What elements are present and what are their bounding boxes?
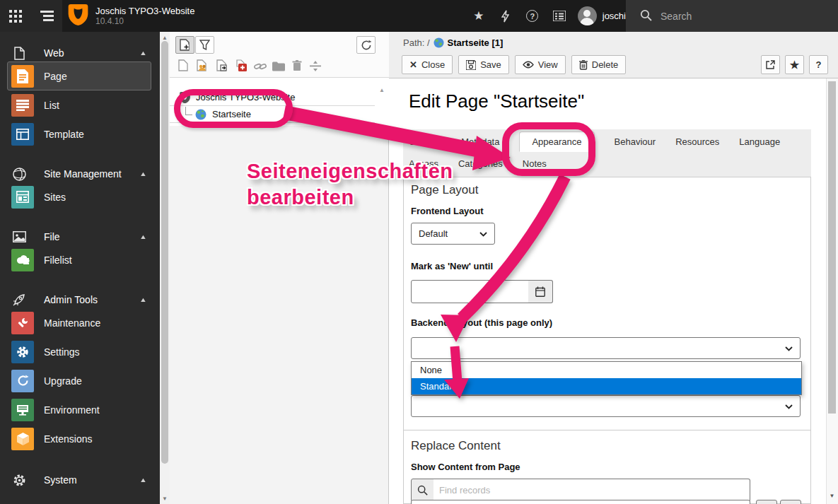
drag-new-page-inside-icon[interactable] bbox=[234, 58, 248, 72]
new-page-button[interactable] bbox=[175, 36, 194, 54]
module-section-web[interactable]: Web ▲ bbox=[0, 45, 160, 61]
tab-metadata[interactable]: Metadata bbox=[461, 132, 499, 151]
site-title: Joschis TYPO3-Website bbox=[95, 6, 194, 16]
tab-general[interactable]: General bbox=[409, 132, 441, 151]
module-section-admin-tools[interactable]: Admin Tools ▲ bbox=[0, 291, 160, 308]
globe-page-icon bbox=[195, 109, 206, 120]
view-button[interactable]: View bbox=[515, 55, 566, 74]
module-item-upgrade[interactable]: Upgrade bbox=[0, 366, 160, 395]
chevron-up-icon: ▲ bbox=[139, 49, 147, 57]
module-section-label: System bbox=[44, 474, 139, 486]
drag-new-page-icon[interactable] bbox=[176, 58, 190, 72]
frontend-layout-label: Frontend Layout bbox=[411, 206, 484, 216]
save-label: Save bbox=[480, 59, 501, 70]
option-none[interactable]: None bbox=[412, 362, 801, 378]
scroll-down-icon[interactable]: ▼ bbox=[160, 496, 170, 502]
tree-node-startseite[interactable]: Startseite bbox=[170, 105, 375, 123]
module-item-environment[interactable]: Environment bbox=[0, 395, 160, 424]
mark-new-until-input[interactable] bbox=[411, 280, 529, 303]
settings-module-icon bbox=[11, 341, 34, 363]
module-item-sites[interactable]: Sites bbox=[0, 182, 160, 211]
datepicker-button[interactable] bbox=[528, 280, 553, 303]
scroll-up-icon[interactable]: ▲ bbox=[160, 35, 170, 41]
drag-page-target-icon[interactable] bbox=[215, 58, 229, 72]
user-menu[interactable]: joschi bbox=[578, 6, 626, 25]
delete-button[interactable]: Delete bbox=[571, 55, 627, 74]
module-item-maintenance[interactable]: Maintenance bbox=[0, 308, 160, 337]
folder-icon[interactable] bbox=[272, 59, 286, 74]
template-module-icon bbox=[11, 123, 34, 146]
modules-grid-icon[interactable] bbox=[0, 0, 31, 32]
replace-content-legend: Replace Content bbox=[411, 439, 501, 453]
systemlog-icon[interactable] bbox=[551, 8, 568, 25]
link-icon[interactable] bbox=[253, 59, 267, 74]
filter-button[interactable] bbox=[195, 36, 214, 54]
tab-appearance[interactable]: Appearance bbox=[519, 131, 594, 152]
chevron-down-icon bbox=[785, 343, 793, 353]
module-item-extensions[interactable]: Extensions bbox=[0, 424, 160, 453]
typo3-site-icon bbox=[180, 92, 190, 103]
chevron-up-icon: ▲ bbox=[139, 476, 147, 484]
environment-module-icon bbox=[11, 399, 34, 421]
path-page-ref: Startseite [1] bbox=[448, 37, 504, 48]
bookmark-star-button[interactable]: ★ bbox=[785, 55, 804, 74]
module-section-system[interactable]: System ▲ bbox=[0, 471, 160, 488]
record-clear-button[interactable] bbox=[780, 500, 801, 504]
module-item-label: Maintenance bbox=[44, 317, 100, 329]
help-button[interactable]: ? bbox=[809, 55, 828, 74]
chevron-up-icon: ▲ bbox=[139, 296, 147, 303]
module-item-label: Sites bbox=[44, 192, 66, 203]
bookmark-star-icon[interactable]: ★ bbox=[470, 8, 487, 25]
pagetree-scroll-up-icon[interactable]: ▲ bbox=[379, 83, 385, 94]
tab-behaviour[interactable]: Behaviour bbox=[615, 132, 656, 151]
save-button[interactable]: Save bbox=[458, 55, 509, 74]
modulemenu-toggle-icon[interactable] bbox=[31, 0, 62, 32]
backend-layout-select[interactable] bbox=[411, 337, 801, 359]
upgrade-module-icon bbox=[11, 370, 34, 392]
modulemenu-scrollbar-thumb[interactable] bbox=[161, 41, 168, 464]
eye-icon bbox=[523, 61, 534, 69]
module-item-list[interactable]: List bbox=[0, 90, 160, 119]
image-icon bbox=[11, 231, 27, 242]
scroll-down-icon[interactable]: ▼ bbox=[826, 493, 838, 499]
refresh-button[interactable] bbox=[356, 36, 376, 54]
tab-language[interactable]: Language bbox=[739, 132, 780, 151]
calendar-icon bbox=[535, 286, 545, 297]
module-item-template[interactable]: Template bbox=[0, 119, 160, 148]
module-item-filelist[interactable]: Filelist bbox=[0, 245, 160, 274]
tab-resources[interactable]: Resources bbox=[675, 132, 719, 151]
drag-new-page-users-icon[interactable] bbox=[195, 58, 209, 72]
avatar bbox=[578, 6, 597, 25]
topbar-search[interactable]: Search bbox=[626, 0, 838, 32]
close-icon: ✕ bbox=[409, 59, 417, 70]
save-disk-icon bbox=[466, 60, 476, 70]
module-item-label: Template bbox=[44, 129, 84, 140]
find-records-input[interactable] bbox=[433, 479, 750, 502]
open-in-new-window-button[interactable] bbox=[761, 55, 780, 74]
tree-node-root[interactable]: Joschis TYPO3-Website bbox=[170, 88, 375, 106]
frontend-layout-select[interactable]: Default bbox=[411, 223, 495, 245]
delete-label: Delete bbox=[592, 59, 619, 70]
close-button[interactable]: ✕ Close bbox=[402, 55, 453, 74]
trash-icon[interactable] bbox=[290, 59, 304, 73]
module-section-file[interactable]: File ▲ bbox=[0, 228, 160, 245]
path-label: Path: / bbox=[403, 37, 430, 48]
option-standard[interactable]: Standard bbox=[412, 378, 801, 394]
clear-cache-bolt-icon[interactable] bbox=[497, 8, 514, 25]
tab-access[interactable]: Access bbox=[409, 154, 438, 173]
tab-notes[interactable]: Notes bbox=[523, 154, 547, 173]
gear-icon bbox=[11, 474, 27, 487]
content-scrollbar-thumb[interactable] bbox=[828, 81, 836, 414]
tab-categories[interactable]: Categories bbox=[458, 154, 503, 173]
module-item-page[interactable]: Page bbox=[0, 61, 160, 90]
module-item-label: Environment bbox=[44, 404, 100, 416]
globe-icon bbox=[11, 168, 27, 181]
filelist-module-icon bbox=[11, 249, 34, 271]
show-content-from-page-input[interactable] bbox=[411, 500, 750, 504]
record-browse-button[interactable] bbox=[756, 500, 777, 504]
backend-layout-subpages-select[interactable] bbox=[411, 395, 801, 417]
module-section-site-management[interactable]: Site Management ▲ bbox=[0, 165, 160, 182]
help-icon[interactable]: ? bbox=[524, 8, 541, 25]
module-item-settings[interactable]: Settings bbox=[0, 337, 160, 366]
divider-handle-icon[interactable] bbox=[308, 59, 322, 73]
